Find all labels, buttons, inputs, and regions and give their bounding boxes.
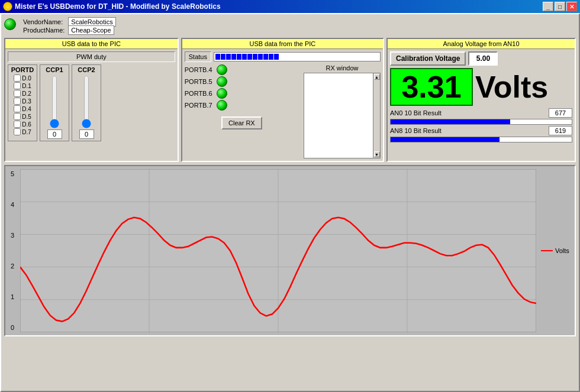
legend-label: Volts — [555, 247, 569, 254]
y-label-5: 5 — [11, 170, 18, 177]
main-window: VendorName: ScaleRobotics ProductName: C… — [0, 13, 580, 392]
d3-label: D.3 — [22, 98, 31, 105]
an8-progress-fill — [391, 137, 500, 142]
y-axis: 5 4 3 2 1 0 — [8, 169, 20, 332]
portb5-led — [217, 76, 227, 87]
pwm-label: PWM duty — [8, 51, 175, 62]
scrollbar-down[interactable]: ▼ — [374, 151, 380, 157]
d4-checkbox[interactable] — [14, 105, 21, 112]
chart-svg — [20, 169, 536, 332]
d1-checkbox[interactable] — [14, 82, 21, 89]
scrollbar-up[interactable]: ▲ — [374, 74, 380, 80]
voltage-unit: Volts — [475, 69, 548, 105]
portb6-label: PORTB.6 — [185, 90, 214, 97]
voltage-display: 3.31 Volts — [390, 68, 572, 106]
portd-group: PORTD D.0 D.1 D.2 D.3 D.4 D.5 D.6 D.7 — [8, 64, 37, 141]
portb5-label: PORTB.5 — [185, 78, 214, 85]
d0-checkbox[interactable] — [14, 74, 21, 82]
seg7 — [247, 54, 252, 60]
usb-from-pic-title: USB data from the PIC — [182, 39, 383, 49]
ccp1-group: CCP1 0 — [40, 64, 69, 141]
an0-value: 677 — [549, 108, 572, 118]
portd-checkboxes: D.0 D.1 D.2 D.3 D.4 D.5 D.6 D.7 — [14, 74, 31, 135]
portb4-led — [217, 64, 227, 75]
status-row: Status — [185, 51, 381, 62]
ccp2-value: 0 — [79, 129, 94, 139]
chart-svg-container — [20, 169, 536, 332]
calibration-row: Calibration Voltage 5.00 — [390, 51, 572, 66]
status-progress-bar — [214, 52, 381, 61]
d4-label: D.4 — [22, 106, 31, 112]
y-label-1: 1 — [11, 293, 18, 300]
an0-result-row: AN0 10 Bit Result 677 — [390, 108, 572, 118]
usb-to-pic-title: USB data to the PIC — [5, 39, 178, 49]
ccp2-label: CCP2 — [78, 66, 95, 73]
usb-to-pic-panel: USB data to the PIC PWM duty PORTD D.0 D… — [4, 38, 179, 162]
portb-leds: PORTB.4 PORTB.5 PORTB.6 PORTB.7 — [185, 64, 299, 158]
seg9 — [258, 54, 263, 60]
an8-progress-bar — [390, 137, 572, 142]
d2-checkbox[interactable] — [14, 90, 21, 97]
d0-label: D.0 — [22, 75, 31, 82]
seg5 — [237, 54, 241, 60]
d5-label: D.5 — [22, 114, 31, 120]
connection-led — [4, 18, 16, 30]
seg12 — [274, 54, 279, 60]
usb-from-pic-panel: USB data from the PIC Status — [181, 38, 384, 162]
vendor-info: VendorName: ScaleRobotics ProductName: C… — [21, 17, 118, 35]
seg8 — [253, 54, 257, 60]
y-label-3: 3 — [11, 232, 18, 239]
an0-progress-bar — [390, 119, 572, 125]
an8-result-row: AN8 10 Bit Result 619 — [390, 126, 572, 135]
calibration-label: Calibration Voltage — [390, 51, 466, 66]
ccp2-group: CCP2 0 — [72, 64, 101, 141]
portb6-led — [217, 88, 227, 99]
seg10 — [263, 54, 268, 60]
portb7-led — [217, 100, 227, 111]
d5-checkbox[interactable] — [14, 113, 21, 120]
chart-legend: Volts — [536, 169, 572, 332]
clear-rx-button[interactable]: Clear RX — [221, 116, 262, 129]
calibration-value: 5.00 — [468, 51, 498, 66]
d6-label: D.6 — [22, 121, 31, 128]
d3-checkbox[interactable] — [14, 98, 21, 105]
analog-voltage-panel: Analog Voltage from AN10 Calibration Vol… — [386, 38, 576, 162]
title-bar: ☺ Mister E's USBDemo for DT_HID - Modifi… — [0, 0, 580, 13]
rx-text-area[interactable] — [304, 73, 380, 150]
close-button[interactable]: ✕ — [566, 2, 577, 11]
portb4-label: PORTB.4 — [185, 66, 214, 73]
ccp2-slider[interactable] — [80, 75, 92, 128]
rx-window-container: RX window ▲ ▼ — [304, 64, 381, 158]
seg3 — [226, 54, 231, 60]
app-icon: ☺ — [3, 2, 12, 11]
y-label-2: 2 — [11, 263, 18, 270]
maximize-button[interactable]: □ — [555, 2, 565, 11]
seg6 — [242, 54, 247, 60]
d6-checkbox[interactable] — [14, 121, 21, 128]
ccp1-label: CCP1 — [46, 66, 63, 73]
an8-value: 619 — [549, 126, 572, 135]
ccp1-value: 0 — [47, 129, 62, 139]
analog-voltage-title: Analog Voltage from AN10 — [388, 39, 575, 49]
voltage-number: 3.31 — [390, 68, 473, 106]
seg4 — [231, 54, 236, 60]
d7-checkbox[interactable] — [14, 128, 21, 135]
product-name-value: Cheap-Scope — [68, 25, 114, 35]
ccp1-slider[interactable] — [49, 75, 60, 128]
y-label-4: 4 — [11, 201, 18, 208]
d1-label: D.1 — [22, 83, 31, 89]
info-row: VendorName: ScaleRobotics ProductName: C… — [4, 17, 576, 35]
minimize-button[interactable]: _ — [543, 2, 553, 11]
status-label: Status — [185, 51, 211, 62]
portb7-label: PORTB.7 — [185, 102, 214, 109]
window-title: Mister E's USBDemo for DT_HID - Modified… — [15, 2, 221, 11]
chart-area: 5 4 3 2 1 0 — [4, 165, 576, 336]
seg1 — [215, 54, 220, 60]
y-label-0: 0 — [11, 324, 18, 331]
d7-label: D.7 — [22, 129, 31, 135]
an0-label: AN0 10 Bit Result — [390, 109, 546, 116]
seg2 — [221, 54, 225, 60]
an0-progress-fill — [391, 119, 510, 124]
portd-label: PORTD — [11, 66, 34, 73]
legend-line-icon — [541, 250, 553, 251]
